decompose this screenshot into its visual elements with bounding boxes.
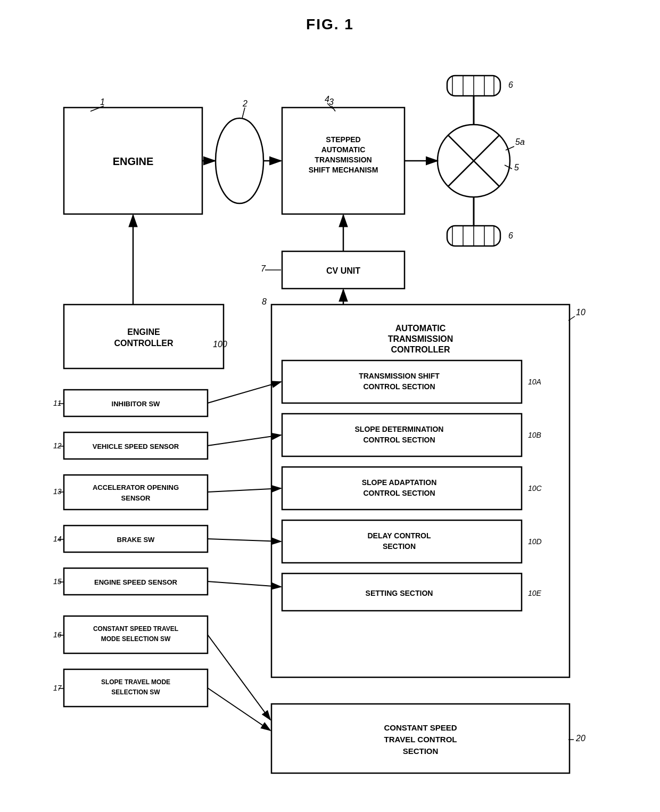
svg-text:CONTROL SECTION: CONTROL SECTION [363,489,435,497]
svg-text:CONTROL SECTION: CONTROL SECTION [363,436,435,444]
svg-text:17: 17 [53,684,62,692]
svg-rect-74 [64,305,224,368]
svg-text:ENGINE: ENGINE [113,155,154,167]
svg-text:2: 2 [242,99,248,108]
svg-text:5a: 5a [515,137,525,146]
svg-line-99 [208,539,281,542]
svg-rect-42 [282,251,405,289]
svg-rect-66 [282,520,522,563]
svg-rect-2 [64,108,202,214]
svg-line-83 [208,382,281,403]
svg-text:3: 3 [329,97,334,106]
svg-line-17 [448,135,499,186]
svg-line-5 [90,106,104,111]
svg-text:1: 1 [100,97,105,106]
svg-line-124 [327,103,333,109]
svg-text:5: 5 [514,163,519,172]
svg-text:6: 6 [508,231,513,240]
svg-text:10C: 10C [528,484,542,493]
svg-point-6 [216,118,263,203]
svg-text:15: 15 [53,577,62,586]
svg-text:100: 100 [213,340,227,349]
svg-text:14: 14 [53,535,62,543]
svg-text:SETTING SECTION: SETTING SECTION [366,589,433,597]
svg-rect-105 [271,704,570,773]
svg-text:10E: 10E [528,589,542,597]
svg-text:CONSTANT SPEED TRAVEL: CONSTANT SPEED TRAVEL [93,625,178,633]
svg-line-116 [208,635,270,720]
svg-text:SLOPE DETERMINATION: SLOPE DETERMINATION [355,425,444,433]
svg-text:ENGINE: ENGINE [127,327,160,337]
svg-text:CONSTANT SPEED: CONSTANT SPEED [384,723,457,732]
svg-text:AUTOMATIC: AUTOMATIC [321,145,366,154]
svg-line-94 [208,488,281,492]
svg-text:MODE SELECTION SW: MODE SELECTION SW [101,635,171,643]
svg-text:SELECTION SW: SELECTION SW [111,688,160,696]
svg-text:TRANSMISSION: TRANSMISSION [315,155,372,164]
svg-text:INHIBITOR SW: INHIBITOR SW [112,400,160,408]
svg-text:SECTION: SECTION [383,542,416,551]
svg-rect-31 [447,226,500,246]
svg-text:16: 16 [53,630,62,639]
svg-rect-95 [64,526,208,552]
svg-text:TRAVEL CONTROL: TRAVEL CONTROL [384,735,457,744]
svg-text:STEPPED: STEPPED [326,135,360,144]
svg-text:VEHICLE SPEED SENSOR: VEHICLE SPEED SENSOR [93,442,179,450]
svg-rect-117 [64,669,208,707]
svg-text:ACCELERATOR OPENING: ACCELERATOR OPENING [93,483,179,491]
svg-rect-62 [282,467,522,510]
svg-text:CONTROLLER: CONTROLLER [114,339,174,348]
svg-text:TRANSMISSION: TRANSMISSION [388,334,453,343]
svg-text:10: 10 [576,308,585,317]
svg-text:CONTROL SECTION: CONTROL SECTION [363,382,435,391]
svg-text:BRAKE SW: BRAKE SW [117,536,155,544]
svg-rect-58 [282,414,522,456]
svg-rect-70 [282,573,522,611]
svg-text:ENGINE SPEED SENSOR: ENGINE SPEED SENSOR [94,578,178,586]
svg-text:10B: 10B [528,431,541,439]
svg-text:11: 11 [53,399,62,407]
svg-line-20 [505,165,512,169]
svg-text:4: 4 [325,95,329,104]
svg-rect-9 [282,108,405,214]
svg-text:SLOPE ADAPTATION: SLOPE ADAPTATION [362,478,437,487]
svg-text:DELAY CONTROL: DELAY CONTROL [367,531,431,540]
svg-line-104 [208,581,281,587]
svg-line-15 [332,106,335,111]
svg-text:13: 13 [53,487,62,496]
svg-line-122 [208,688,270,731]
svg-text:10A: 10A [528,378,541,386]
svg-text:10D: 10D [528,537,542,546]
svg-text:CONTROLLER: CONTROLLER [391,345,450,354]
svg-text:SECTION: SECTION [403,747,439,756]
svg-text:12: 12 [53,441,62,450]
svg-rect-111 [64,616,208,653]
svg-line-88 [208,435,281,446]
svg-text:TRANSMISSION SHIFT: TRANSMISSION SHIFT [359,372,440,380]
svg-text:7: 7 [261,264,266,273]
svg-rect-89 [64,475,208,510]
svg-line-18 [448,135,499,186]
svg-rect-84 [64,432,208,459]
svg-line-8 [242,108,245,118]
svg-rect-23 [447,76,500,96]
svg-text:20: 20 [575,734,585,743]
svg-line-49 [568,316,575,321]
svg-text:6: 6 [508,80,513,89]
svg-text:8: 8 [262,297,267,306]
svg-line-22 [506,146,514,150]
svg-text:SLOPE TRAVEL MODE: SLOPE TRAVEL MODE [101,678,170,686]
svg-rect-100 [64,568,208,595]
svg-text:SENSOR: SENSOR [121,494,151,502]
svg-rect-79 [64,390,208,416]
page-title: FIG. 1 [0,0,660,44]
svg-text:CV UNIT: CV UNIT [326,266,360,275]
svg-rect-47 [271,305,570,677]
svg-rect-54 [282,360,522,403]
svg-text:AUTOMATIC: AUTOMATIC [395,324,446,333]
svg-point-16 [438,125,510,197]
svg-text:SHIFT MECHANISM: SHIFT MECHANISM [309,166,378,174]
